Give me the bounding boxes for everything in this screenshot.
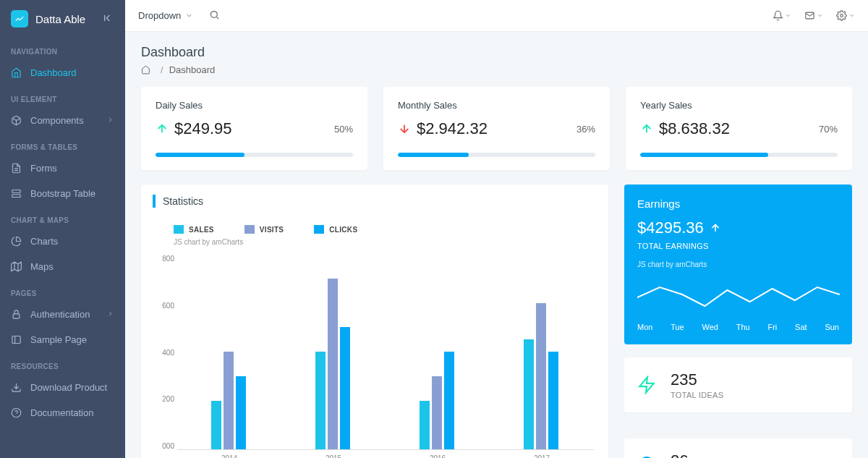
chart-x-axis: 2014201520162017 [177, 454, 594, 458]
svg-rect-3 [12, 336, 20, 344]
progress-bar [398, 153, 595, 157]
sidebar-nav: NAVIGATIONDashboardUI ELEMENTComponentsF… [0, 38, 125, 425]
chart-bar [536, 303, 546, 450]
nav-item-label: Maps [30, 261, 54, 272]
breadcrumb-current: Dashboard [169, 64, 216, 75]
svg-point-4 [12, 408, 21, 417]
home-icon[interactable] [141, 65, 150, 75]
nav-item-label: Forms [30, 163, 57, 174]
day-label: Tue [671, 323, 684, 331]
arrow-up-icon [710, 222, 721, 234]
nav-section-title: FORMS & TABLES [0, 133, 125, 156]
bar-group [211, 352, 246, 449]
card-value: $8.638.32 [640, 119, 730, 138]
earnings-card: Earnings $4295.36 TOTAL EARNINGS JS char… [624, 185, 852, 344]
sidebar-item-documentation[interactable]: Documentation [0, 400, 125, 425]
stats-title: Statistics [163, 195, 203, 207]
sidebar-icon [11, 334, 22, 345]
chart-bar [432, 376, 442, 449]
chevron-right-icon [106, 115, 114, 126]
nav-section-title: RESOURCES [0, 352, 125, 375]
chart-bar [315, 352, 326, 449]
home-icon [11, 67, 22, 78]
chart-y-axis: 800600400200000 [157, 255, 174, 450]
bar-group [420, 352, 454, 449]
sidebar-item-charts[interactable]: Charts [0, 229, 125, 254]
dropdown-label: Dropdown [138, 10, 181, 21]
bar-group [315, 279, 350, 449]
settings-button[interactable] [836, 10, 855, 21]
messages-button[interactable] [804, 10, 823, 21]
help-icon [11, 407, 22, 418]
x-tick: 2017 [490, 454, 594, 458]
sidebar-item-maps[interactable]: Maps [0, 254, 125, 279]
gear-icon [836, 10, 847, 21]
y-tick: 800 [157, 255, 174, 263]
stat-value: 26 [671, 451, 746, 458]
sidebar-item-authentication[interactable]: Authentication [0, 302, 125, 327]
search-button[interactable] [209, 9, 220, 22]
sidebar-item-download-product[interactable]: Download Product [0, 375, 125, 400]
sidebar-collapse-button[interactable] [103, 12, 114, 26]
topbar: Dropdown [125, 0, 868, 32]
notifications-button[interactable] [773, 10, 791, 21]
arrow-up-icon [640, 122, 653, 135]
box-icon [11, 115, 22, 126]
sidebar-item-dashboard[interactable]: Dashboard [0, 60, 125, 85]
earnings-subtitle: TOTAL EARNINGS [637, 242, 839, 250]
sidebar-item-forms[interactable]: Forms [0, 156, 125, 181]
chart-bar [340, 327, 350, 449]
nav-item-label: Documentation [30, 407, 93, 418]
day-label: Sat [795, 323, 807, 331]
map-icon [11, 261, 22, 272]
sales-card: Yearly Sales$8.638.3270% [626, 87, 852, 170]
legend-item[interactable]: VISITS [244, 225, 284, 234]
server-icon [11, 188, 22, 199]
brand-logo[interactable]: Datta Able [0, 0, 125, 38]
bar-group [524, 303, 558, 450]
zap-icon [637, 376, 656, 394]
sidebar-item-bootstrap-table[interactable]: Bootstrap Table [0, 181, 125, 206]
legend-item[interactable]: SALES [174, 225, 214, 234]
sidebar-item-components[interactable]: Components [0, 108, 125, 133]
progress-bar [156, 153, 353, 157]
x-tick: 2015 [281, 454, 386, 458]
bell-icon [773, 10, 783, 21]
chart-bar [524, 339, 534, 449]
brand-name: Datta Able [35, 13, 85, 25]
y-tick: 400 [157, 349, 174, 357]
chevron-down-icon [185, 12, 193, 20]
arrow-up-icon [156, 122, 169, 135]
lock-icon [11, 309, 22, 320]
chart-bar [548, 352, 558, 449]
y-tick: 000 [157, 442, 174, 450]
chart-bar [328, 279, 338, 449]
chart-bar [211, 401, 221, 450]
card-label: Yearly Sales [640, 100, 838, 111]
stats-accent-bar [153, 195, 156, 208]
search-icon [209, 9, 220, 20]
nav-item-label: Sample Page [30, 334, 87, 345]
nav-section-title: CHART & MAPS [0, 206, 125, 229]
nav-item-label: Dashboard [30, 67, 77, 78]
nav-section-title: UI ELEMENT [0, 85, 125, 108]
card-label: Daily Sales [156, 100, 353, 111]
legend-item[interactable]: CLICKS [314, 225, 357, 234]
sales-card: Daily Sales$249.9550% [141, 87, 367, 170]
card-percent: 70% [819, 124, 838, 135]
chevron-down-icon [848, 12, 855, 19]
sidebar-item-sample-page[interactable]: Sample Page [0, 327, 125, 352]
chart-bar [236, 376, 246, 449]
day-label: Thu [736, 323, 750, 331]
arrow-down-icon [398, 122, 411, 135]
day-label: Mon [637, 323, 652, 331]
nav-section-title: PAGES [0, 279, 125, 302]
logo-icon [11, 10, 28, 27]
nav-item-label: Charts [30, 236, 58, 247]
pie-icon [11, 236, 22, 247]
sales-card: Monthly Sales$2.942.3236% [383, 87, 610, 170]
day-label: Sun [825, 323, 839, 331]
sidebar: Datta Able NAVIGATIONDashboardUI ELEMENT… [0, 0, 125, 458]
topbar-dropdown[interactable]: Dropdown [138, 10, 193, 21]
stat-label: TOTAL IDEAS [671, 391, 723, 399]
